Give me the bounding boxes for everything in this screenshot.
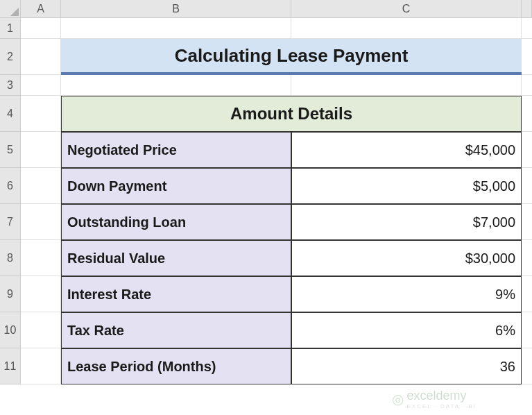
value-outstanding-loan[interactable]: $7,000 [291,204,522,240]
cell-extra-7 [522,204,532,240]
cell-extra-5 [522,132,532,168]
cell-C3[interactable] [291,75,522,96]
cell-extra-4 [522,96,532,132]
row-header-2[interactable]: 2 [0,39,21,75]
section-header[interactable]: Amount Details [61,96,522,132]
select-all-corner[interactable] [0,0,21,18]
row-header-6[interactable]: 6 [0,168,21,204]
label-negotiated-price[interactable]: Negotiated Price [61,132,291,168]
cell-C1[interactable] [291,18,522,39]
row-header-1[interactable]: 1 [0,18,21,39]
cell-A7[interactable] [21,204,61,240]
cell-A6[interactable] [21,168,61,204]
label-down-payment[interactable]: Down Payment [61,168,291,204]
watermark: ◎ exceldemy EXCEL · DATA · BI [392,389,477,409]
label-lease-period[interactable]: Lease Period (Months) [61,348,291,384]
value-interest-rate[interactable]: 9% [291,276,522,312]
title-cell[interactable]: Calculating Lease Payment [61,39,522,75]
row-header-11[interactable]: 11 [0,348,21,384]
watermark-logo-icon: ◎ [392,391,404,407]
row-header-3[interactable]: 3 [0,75,21,96]
cell-extra-3 [522,75,532,96]
column-header-extra [522,0,532,18]
row-header-5[interactable]: 5 [0,132,21,168]
cell-extra-6 [522,168,532,204]
cell-B3[interactable] [61,75,291,96]
cell-extra-11 [522,348,532,384]
label-interest-rate[interactable]: Interest Rate [61,276,291,312]
cell-A3[interactable] [21,75,61,96]
cell-extra-10 [522,312,532,348]
value-down-payment[interactable]: $5,000 [291,168,522,204]
cell-B1[interactable] [61,18,291,39]
value-lease-period[interactable]: 36 [291,348,522,384]
cell-A10[interactable] [21,312,61,348]
column-header-A[interactable]: A [21,0,61,18]
watermark-brand: exceldemy [406,389,466,403]
value-residual-value[interactable]: $30,000 [291,240,522,276]
cell-A8[interactable] [21,240,61,276]
row-header-8[interactable]: 8 [0,240,21,276]
row-header-10[interactable]: 10 [0,312,21,348]
spreadsheet-grid: A B C 1 2 Calculating Lease Payment 3 4 … [0,0,532,384]
column-header-B[interactable]: B [61,0,291,18]
row-header-7[interactable]: 7 [0,204,21,240]
column-header-C[interactable]: C [291,0,522,18]
cell-A2[interactable] [21,39,61,75]
label-tax-rate[interactable]: Tax Rate [61,312,291,348]
cell-A9[interactable] [21,276,61,312]
row-header-9[interactable]: 9 [0,276,21,312]
cell-extra-1 [522,18,532,39]
select-all-icon [10,8,19,16]
cell-extra-9 [522,276,532,312]
cell-A4[interactable] [21,96,61,132]
watermark-tagline: EXCEL · DATA · BI [406,403,477,409]
label-residual-value[interactable]: Residual Value [61,240,291,276]
cell-A5[interactable] [21,132,61,168]
cell-A11[interactable] [21,348,61,384]
row-header-4[interactable]: 4 [0,96,21,132]
cell-A1[interactable] [21,18,61,39]
cell-extra-2 [522,39,532,75]
value-negotiated-price[interactable]: $45,000 [291,132,522,168]
label-outstanding-loan[interactable]: Outstanding Loan [61,204,291,240]
cell-extra-8 [522,240,532,276]
value-tax-rate[interactable]: 6% [291,312,522,348]
